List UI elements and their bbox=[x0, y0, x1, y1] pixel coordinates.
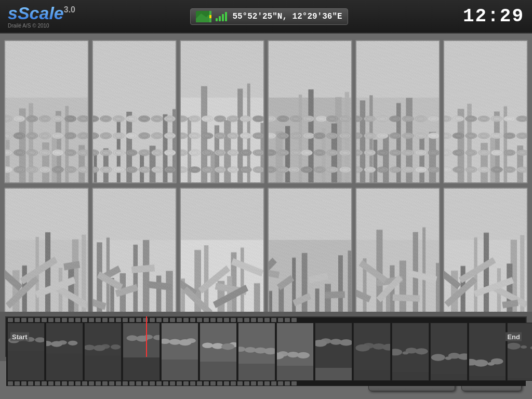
sprocket-hole bbox=[116, 381, 121, 385]
sprocket-hole bbox=[42, 318, 47, 322]
film-frame[interactable] bbox=[276, 323, 314, 381]
sprocket-hole bbox=[163, 381, 168, 385]
sprocket-hole bbox=[197, 381, 202, 385]
sprocket-hole bbox=[183, 318, 189, 322]
film-frame[interactable] bbox=[315, 323, 352, 381]
gps-coordinates: 55°52'25"N, 12°29'36"E bbox=[232, 12, 342, 21]
sprocket-hole bbox=[217, 381, 222, 385]
sprocket-hole bbox=[210, 381, 216, 385]
sprocket-hole bbox=[69, 381, 74, 385]
signal-bar-3 bbox=[222, 14, 224, 21]
sprocket-hole bbox=[150, 318, 155, 322]
sprocket-hole bbox=[136, 381, 141, 385]
sprocket-hole bbox=[116, 318, 121, 322]
sprocket-hole bbox=[258, 381, 263, 385]
thumb-1-4 bbox=[268, 40, 352, 183]
playhead[interactable] bbox=[146, 316, 147, 357]
signal-bar-1 bbox=[216, 18, 218, 21]
film-frame[interactable] bbox=[84, 323, 122, 381]
sprocket-hole bbox=[190, 381, 195, 385]
sprocket-hole bbox=[21, 318, 26, 322]
film-frame[interactable] bbox=[238, 323, 275, 381]
film-frame[interactable] bbox=[200, 323, 237, 381]
sprocket-hole bbox=[231, 318, 236, 322]
sprocket-hole bbox=[8, 318, 13, 322]
sprocket-hole bbox=[15, 318, 20, 322]
sprocket-hole bbox=[102, 318, 108, 322]
sprocket-hole bbox=[21, 381, 26, 385]
film-frame[interactable] bbox=[430, 323, 468, 381]
sprocket-hole bbox=[150, 381, 155, 385]
sprocket-hole bbox=[28, 318, 33, 322]
sprocket-hole bbox=[204, 318, 209, 322]
thumb-2-1 bbox=[4, 188, 89, 318]
sprocket-hole bbox=[170, 318, 175, 322]
sprocket-hole bbox=[291, 318, 297, 322]
sprocket-hole bbox=[285, 381, 290, 385]
signal-bar-4 bbox=[225, 12, 227, 21]
svg-rect-3 bbox=[209, 15, 211, 18]
gps-display: 55°52'25"N, 12°29'36"E bbox=[190, 8, 348, 25]
sprocket-hole bbox=[291, 381, 297, 385]
film-frame[interactable] bbox=[392, 323, 429, 381]
sprocket-hole bbox=[244, 381, 249, 385]
film-frame[interactable] bbox=[161, 323, 198, 381]
header: sScale 3.0 Drailé A/S © 2010 55°52'25"N,… bbox=[0, 0, 532, 34]
sprocket-hole bbox=[210, 318, 216, 322]
sprocket-hole bbox=[285, 318, 290, 322]
sprocket-hole bbox=[163, 318, 168, 322]
sprocket-hole bbox=[244, 318, 249, 322]
sprocket-hole bbox=[197, 318, 202, 322]
filmstrip-start-label: Start bbox=[10, 332, 29, 341]
sprocket-row-top bbox=[6, 317, 526, 323]
thumb-2-5 bbox=[355, 188, 440, 318]
sprocket-hole bbox=[224, 318, 229, 322]
gps-signal-bars bbox=[216, 12, 227, 21]
sprocket-hole bbox=[251, 381, 256, 385]
film-frame[interactable] bbox=[46, 323, 83, 381]
sprocket-hole bbox=[143, 318, 148, 322]
sprocket-hole bbox=[123, 318, 128, 322]
film-frame[interactable] bbox=[353, 323, 391, 381]
sprocket-hole bbox=[177, 381, 182, 385]
filmstrip[interactable] bbox=[5, 316, 527, 357]
filmstrip-end-label: End bbox=[506, 332, 522, 341]
thumb-1-3 bbox=[180, 40, 264, 183]
sprocket-hole bbox=[109, 381, 114, 385]
sprocket-hole bbox=[69, 318, 74, 322]
filmstrip-container[interactable]: Start End bbox=[5, 316, 527, 357]
sprocket-hole bbox=[129, 381, 135, 385]
thumb-1-5 bbox=[355, 40, 440, 183]
sprocket-hole bbox=[55, 318, 60, 322]
logo-area: sScale 3.0 Drailé A/S © 2010 bbox=[8, 4, 75, 29]
film-frames[interactable] bbox=[6, 323, 526, 381]
sprocket-hole bbox=[102, 381, 108, 385]
image-row-1 bbox=[4, 40, 528, 183]
sprocket-hole bbox=[75, 381, 81, 385]
sprocket-hole bbox=[136, 318, 141, 322]
sprocket-hole bbox=[251, 318, 256, 322]
film-frame[interactable] bbox=[7, 323, 45, 381]
sprocket-hole bbox=[48, 381, 54, 385]
sprocket-hole bbox=[278, 381, 283, 385]
gps-map-icon bbox=[196, 11, 211, 22]
logo-wrapper: sScale 3.0 bbox=[8, 4, 75, 22]
sprocket-hole bbox=[75, 318, 81, 322]
sprocket-hole bbox=[55, 381, 60, 385]
sprocket-hole bbox=[42, 381, 47, 385]
sprocket-hole bbox=[129, 318, 135, 322]
sprocket-hole bbox=[264, 381, 270, 385]
filmstrip-area[interactable]: Start End bbox=[0, 312, 532, 361]
logo-text: sScale bbox=[8, 4, 64, 22]
sprocket-hole bbox=[237, 318, 243, 322]
film-frame[interactable] bbox=[469, 323, 506, 381]
sprocket-hole bbox=[177, 318, 182, 322]
thumb-1-1 bbox=[4, 40, 89, 183]
sprocket-row-bottom bbox=[6, 381, 526, 386]
thumb-2-3 bbox=[180, 188, 264, 318]
sprocket-hole bbox=[156, 318, 162, 322]
sprocket-hole bbox=[237, 381, 243, 385]
sprocket-hole bbox=[89, 381, 94, 385]
film-frame[interactable] bbox=[507, 323, 532, 381]
film-frame[interactable] bbox=[123, 323, 160, 381]
